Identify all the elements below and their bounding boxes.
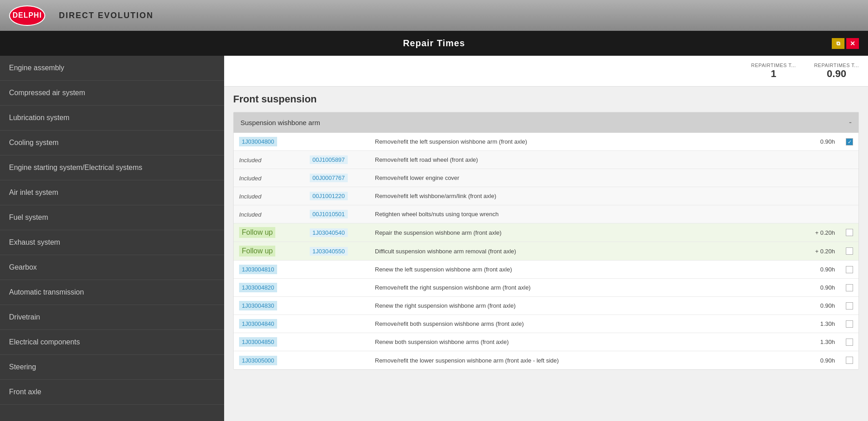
- logo-container: DELPHI: [9, 5, 45, 26]
- row-code-cell[interactable]: 1J03004840: [234, 315, 306, 332]
- code-link[interactable]: 1J03004800: [239, 137, 277, 146]
- sidebar-item-exhaust[interactable]: Exhaust system: [0, 230, 224, 255]
- sidebar-item-air-inlet[interactable]: Air inlet system: [0, 180, 224, 205]
- close-button[interactable]: ✕: [846, 38, 859, 49]
- row-code-cell: Follow up: [234, 223, 306, 242]
- code-included: Included: [239, 157, 261, 164]
- code-link[interactable]: 1J03005000: [239, 356, 277, 365]
- sidebar-item-fuel[interactable]: Fuel system: [0, 205, 224, 230]
- row-checkbox[interactable]: [846, 302, 853, 310]
- rt-col-1-value: 1: [751, 68, 796, 80]
- row-desc: Renew the right suspension wishbone arm …: [369, 299, 804, 313]
- row-code-cell[interactable]: 1J03004830: [234, 297, 306, 314]
- sidebar-item-steering[interactable]: Steering: [0, 355, 224, 380]
- repair-table: Suspension wishbone arm - 1J03004800Remo…: [233, 112, 859, 370]
- row-code-cell: Included: [234, 152, 306, 168]
- row-time: [804, 156, 840, 164]
- code-link[interactable]: 1J03004830: [239, 301, 277, 310]
- row-desc: Retighten wheel bolts/nuts using torque …: [369, 207, 804, 221]
- row-subcode-cell-empty: [306, 266, 369, 273]
- code-link[interactable]: 1J03004850: [239, 337, 277, 347]
- row-checkbox-cell[interactable]: [840, 193, 858, 200]
- row-checkbox-cell[interactable]: [840, 174, 858, 182]
- row-subcode-cell[interactable]: 00J1001220: [306, 188, 369, 204]
- top-bar: DELPHI DIRECT EVOLUTION: [0, 0, 868, 31]
- sidebar-item-drivetrain[interactable]: Drivetrain: [0, 305, 224, 330]
- sidebar-item-front-axle[interactable]: Front axle: [0, 380, 224, 405]
- row-subcode-cell[interactable]: 00J1010501: [306, 206, 369, 222]
- row-checkbox[interactable]: [846, 247, 853, 255]
- sidebar-item-gearbox[interactable]: Gearbox: [0, 255, 224, 280]
- row-subcode-cell-empty: [306, 339, 369, 346]
- row-desc: Remove/refit both suspension wishbone ar…: [369, 317, 804, 331]
- main-content: REPAIRTIMES T... 1 REPAIRTIMES T... 0.90…: [224, 56, 868, 421]
- row-code-cell[interactable]: 1J03004800: [234, 133, 306, 150]
- row-subcode-cell-empty: [306, 302, 369, 310]
- sidebar-item-cooling[interactable]: Cooling system: [0, 131, 224, 155]
- row-time: 0.90h: [804, 262, 840, 276]
- group-toggle-button[interactable]: -: [849, 118, 852, 127]
- row-code-cell[interactable]: 1J03004820: [234, 279, 306, 296]
- row-code-cell[interactable]: 1J03004850: [234, 334, 306, 350]
- row-checkbox[interactable]: [846, 357, 853, 364]
- repair-rows-container: 1J03004800Remove/refit the left suspensi…: [234, 133, 858, 369]
- rt-col-2: REPAIRTIMES T... 0.90: [814, 63, 859, 80]
- sidebar-item-automatic-transmission[interactable]: Automatic transmission: [0, 280, 224, 305]
- sidebar-item-engine-starting[interactable]: Engine starting system/Electrical system…: [0, 155, 224, 180]
- sidebar-item-engine-assembly[interactable]: Engine assembly: [0, 56, 224, 81]
- code-link[interactable]: 1J03004840: [239, 319, 277, 329]
- sidebar: Engine assemblyCompressed air systemLubr…: [0, 56, 224, 421]
- group-header-text: Suspension wishbone arm: [240, 119, 320, 126]
- row-subcode-cell[interactable]: 1J03040540: [306, 225, 369, 241]
- row-desc: Renew both suspension wishbone arms (fro…: [369, 335, 804, 349]
- row-checkbox-cell[interactable]: [840, 135, 858, 149]
- subcode-link[interactable]: 1J03040550: [310, 247, 348, 256]
- row-checkbox-cell[interactable]: [840, 299, 858, 313]
- row-time: 1.30h: [804, 335, 840, 349]
- row-checkbox[interactable]: [846, 339, 853, 346]
- subcode-link[interactable]: 00J1005897: [310, 155, 348, 164]
- row-desc: Repair the suspension wishbone arm (fron…: [369, 226, 804, 240]
- row-checkbox-cell[interactable]: [840, 335, 858, 349]
- subcode-link[interactable]: 00J1001220: [310, 192, 348, 200]
- row-time: 0.90h: [804, 135, 840, 149]
- row-subcode-cell[interactable]: 00J0007767: [306, 170, 369, 186]
- row-time: + 0.20h: [804, 244, 840, 258]
- row-checkbox[interactable]: [846, 284, 853, 291]
- row-subcode-cell[interactable]: 1J03040550: [306, 243, 369, 259]
- row-checkbox[interactable]: [846, 138, 853, 145]
- row-checkbox-cell[interactable]: [840, 281, 858, 295]
- sidebar-item-electrical-components[interactable]: Electrical components: [0, 330, 224, 355]
- row-checkbox-cell[interactable]: [840, 225, 858, 240]
- row-code-cell[interactable]: 1J03005000: [234, 352, 306, 369]
- table-row: 1J03004840Remove/refit both suspension w…: [234, 315, 858, 333]
- group-header: Suspension wishbone arm -: [234, 112, 858, 133]
- table-row: Included00J1010501Retighten wheel bolts/…: [234, 205, 858, 223]
- code-included: Included: [239, 193, 261, 200]
- row-checkbox-cell[interactable]: [840, 353, 858, 368]
- code-followup: Follow up: [239, 227, 275, 238]
- row-checkbox-cell[interactable]: [840, 262, 858, 277]
- code-link[interactable]: 1J03004810: [239, 265, 277, 274]
- code-link[interactable]: 1J03004820: [239, 283, 277, 292]
- row-checkbox-cell[interactable]: [840, 317, 858, 331]
- restore-button[interactable]: ⧉: [832, 38, 844, 49]
- subcode-link[interactable]: 1J03040540: [310, 228, 348, 237]
- row-checkbox-cell[interactable]: [840, 244, 858, 258]
- rt-header: REPAIRTIMES T... 1 REPAIRTIMES T... 0.90: [224, 56, 868, 87]
- sidebar-item-lubrication[interactable]: Lubrication system: [0, 106, 224, 131]
- rt-col-2-label: REPAIRTIMES T...: [814, 63, 859, 68]
- row-desc: Remove/refit the lower suspension wishbo…: [369, 353, 804, 368]
- row-checkbox[interactable]: [846, 266, 853, 273]
- row-code-cell[interactable]: 1J03004810: [234, 261, 306, 278]
- row-checkbox-cell[interactable]: [840, 211, 858, 218]
- row-checkbox-cell[interactable]: [840, 156, 858, 164]
- table-row: 1J03004850Renew both suspension wishbone…: [234, 333, 858, 351]
- row-checkbox[interactable]: [846, 320, 853, 328]
- sidebar-item-compressed-air[interactable]: Compressed air system: [0, 81, 224, 106]
- row-subcode-cell-empty: [306, 357, 369, 364]
- subcode-link[interactable]: 00J0007767: [310, 174, 348, 182]
- row-checkbox[interactable]: [846, 229, 853, 236]
- row-subcode-cell[interactable]: 00J1005897: [306, 152, 369, 168]
- subcode-link[interactable]: 00J1010501: [310, 210, 348, 218]
